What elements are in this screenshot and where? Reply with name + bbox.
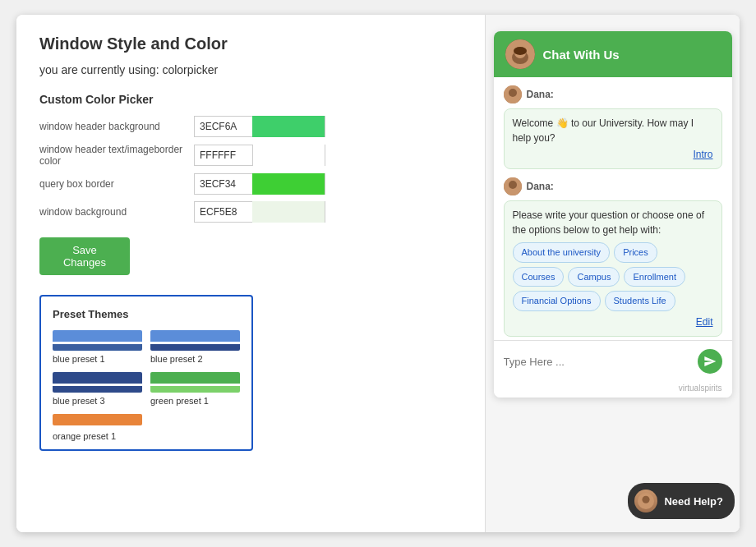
preset-themes-box: Preset Themes blue preset 1 blue xyxy=(39,295,253,451)
message-group-1: Dana: Please write your question or choo… xyxy=(504,177,722,337)
color-label-2: query box border xyxy=(39,178,187,190)
preset-bar-top-blue1 xyxy=(53,330,142,342)
chip-enrollment[interactable]: Enrollment xyxy=(624,267,685,287)
preset-bar-top-green1 xyxy=(150,372,240,384)
color-row-0: window header background xyxy=(39,116,462,137)
chip-courses[interactable]: Courses xyxy=(513,267,565,287)
preset-item-blue3[interactable]: blue preset 3 xyxy=(53,372,142,406)
send-icon xyxy=(703,355,717,368)
svg-point-3 xyxy=(514,47,527,55)
need-help-label: Need Help? xyxy=(664,495,723,508)
msg-name-0: Dana: xyxy=(527,89,554,100)
color-input-group-0[interactable] xyxy=(194,116,325,137)
color-fields: window header background window header t… xyxy=(39,116,462,223)
chat-input[interactable] xyxy=(504,356,691,368)
color-input-group-2[interactable] xyxy=(194,173,325,195)
color-swatch-2 xyxy=(252,173,325,195)
chat-input-area xyxy=(494,340,732,382)
preset-bars-orange1 xyxy=(53,414,142,428)
color-text-1[interactable] xyxy=(195,145,252,165)
color-swatch-1 xyxy=(252,145,325,166)
color-swatch-3 xyxy=(252,201,325,223)
msg-name-1: Dana: xyxy=(527,181,554,192)
color-input-group-1[interactable] xyxy=(194,145,325,166)
preset-bar-bottom-blue2 xyxy=(150,344,240,351)
preset-bar-top-blue3 xyxy=(53,372,142,384)
preset-bar-orange1 xyxy=(53,414,142,425)
chat-header-title: Chat With Us xyxy=(543,48,620,62)
color-row-3: window background xyxy=(39,201,462,223)
msg-avatar-1 xyxy=(504,177,522,195)
send-button[interactable] xyxy=(698,349,722,374)
preset-label-orange1: orange preset 1 xyxy=(53,431,116,441)
chat-branding: virtualspirits xyxy=(494,382,732,398)
preset-bars-blue2 xyxy=(150,330,240,351)
avatar-svg xyxy=(505,39,535,69)
preset-grid: blue preset 1 blue preset 2 bl xyxy=(53,330,240,441)
color-row-2: query box border xyxy=(39,173,462,195)
chip-students-life[interactable]: Students Life xyxy=(605,291,675,311)
preset-bars-blue1 xyxy=(53,330,142,351)
preset-themes-title: Preset Themes xyxy=(53,308,240,320)
chip-about-university[interactable]: About the university xyxy=(513,242,611,263)
preset-bar-top-blue2 xyxy=(150,330,240,342)
preset-label-green1: green preset 1 xyxy=(150,396,209,406)
save-changes-button[interactable]: Save Changes xyxy=(39,237,130,275)
message-sender-1: Dana: xyxy=(504,177,722,195)
chip-container: About the university Prices Courses Camp… xyxy=(513,242,713,311)
chip-financial-options[interactable]: Financial Options xyxy=(513,291,601,311)
message-sender-0: Dana: xyxy=(504,85,722,103)
color-swatch-0 xyxy=(252,116,325,137)
color-picker-section-title: Custom Color Picker xyxy=(39,93,462,106)
preset-item-orange1[interactable]: orange preset 1 xyxy=(53,414,142,441)
edit-link[interactable]: Edit xyxy=(513,315,713,329)
chat-header: Chat With Us xyxy=(494,31,732,77)
svg-point-5 xyxy=(509,89,517,97)
chat-messages: Dana: Welcome 👋 to our University. How m… xyxy=(494,77,732,340)
preset-bar-bottom-green1 xyxy=(150,386,240,393)
message-text-1: Please write your question or choose one… xyxy=(513,209,704,236)
color-label-3: window background xyxy=(39,206,187,218)
preset-label-blue3: blue preset 3 xyxy=(53,396,105,406)
page-title: Window Style and Color xyxy=(39,34,462,53)
color-row-1: window header text/imageborder color xyxy=(39,144,462,167)
preset-item-blue2[interactable]: blue preset 2 xyxy=(150,330,240,364)
preset-item-blue1[interactable]: blue preset 1 xyxy=(53,330,142,364)
message-group-0: Dana: Welcome 👋 to our University. How m… xyxy=(504,85,722,169)
msg-avatar-0 xyxy=(504,85,522,103)
preset-bar-bottom-blue1 xyxy=(53,344,142,351)
chip-prices[interactable]: Prices xyxy=(614,242,657,263)
preset-bars-blue3 xyxy=(53,372,142,393)
color-input-group-3[interactable] xyxy=(194,201,325,223)
message-bubble-0: Welcome 👋 to our University. How may I h… xyxy=(504,108,722,169)
chat-window: Chat With Us Dana: xyxy=(494,31,732,398)
preset-label-blue2: blue preset 2 xyxy=(150,354,203,364)
need-help-button[interactable]: Need Help? xyxy=(628,483,735,519)
need-help-icon xyxy=(634,490,657,513)
left-panel: Window Style and Color you are currently… xyxy=(16,15,485,532)
preset-bar-bottom-blue3 xyxy=(53,386,142,393)
preset-bars-green1 xyxy=(150,372,240,393)
right-panel: Chat With Us Dana: xyxy=(485,15,740,532)
svg-point-7 xyxy=(509,181,517,189)
color-text-0[interactable] xyxy=(195,117,252,136)
current-using-text: you are currently using: colorpicker xyxy=(39,63,462,76)
message-bubble-1: Please write your question or choose one… xyxy=(504,200,722,337)
color-text-3[interactable] xyxy=(195,202,252,222)
preset-label-blue1: blue preset 1 xyxy=(53,354,105,364)
chat-avatar xyxy=(505,39,535,69)
main-container: Window Style and Color you are currently… xyxy=(16,15,740,532)
chip-campus[interactable]: Campus xyxy=(568,267,620,287)
intro-link[interactable]: Intro xyxy=(513,147,713,162)
preset-item-green1[interactable]: green preset 1 xyxy=(150,372,240,406)
message-text-0: Welcome 👋 to our University. How may I h… xyxy=(513,117,694,144)
svg-point-9 xyxy=(643,496,650,503)
color-text-2[interactable] xyxy=(195,174,252,194)
color-label-0: window header background xyxy=(39,121,187,132)
color-label-1: window header text/imageborder color xyxy=(39,144,187,167)
